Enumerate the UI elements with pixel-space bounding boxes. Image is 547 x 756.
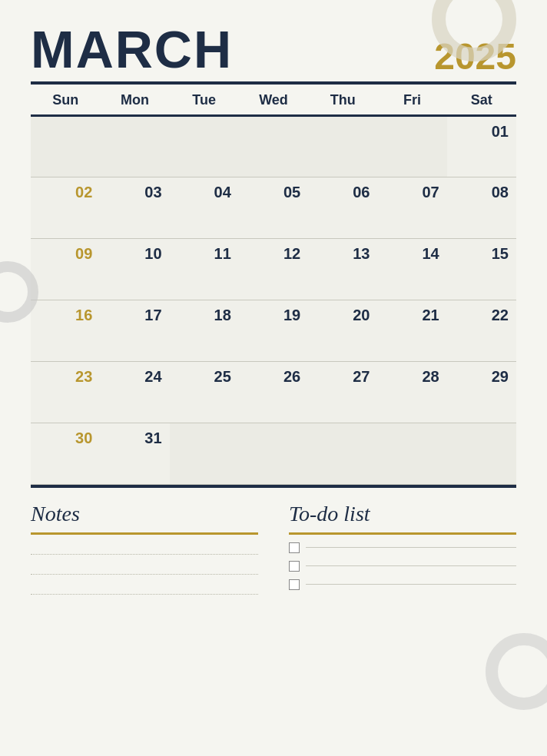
day-cell-1-1 (31, 116, 100, 177)
header-sun: Sun (31, 85, 100, 116)
todo-item-3 (289, 579, 516, 590)
bottom-border (31, 485, 516, 488)
day-cell-3-7: 15 (447, 239, 516, 300)
day-cell-4-3: 18 (170, 300, 239, 362)
notes-section: Notes (31, 502, 258, 602)
todo-section: To-do list (289, 502, 516, 598)
day-cell-3-5: 13 (308, 239, 377, 300)
todo-item-2 (289, 561, 516, 572)
day-cell-2-1: 02 (31, 177, 100, 239)
day-cell-3-4: 12 (239, 239, 308, 300)
todo-item-1 (289, 542, 516, 553)
header-fri: Fri (377, 85, 446, 116)
day-cell-5-1: 23 (31, 362, 100, 423)
notes-line-1 (31, 542, 258, 555)
header-mon: Mon (100, 85, 169, 116)
day-cell-2-2: 03 (100, 177, 169, 239)
day-cell-5-6: 28 (377, 362, 446, 423)
week-row-4: 16171819202122 (31, 300, 516, 362)
day-cell-2-3: 04 (170, 177, 239, 239)
day-cell-1-5 (308, 116, 377, 177)
todo-title: To-do list (289, 502, 516, 526)
deco-circle-right (486, 633, 547, 710)
header-sat: Sat (447, 85, 516, 116)
day-cell-2-5: 06 (308, 177, 377, 239)
todo-line-1 (306, 547, 516, 549)
week-row-3: 09101112131415 (31, 239, 516, 300)
todo-checkbox-1[interactable] (289, 542, 300, 553)
day-cell-3-3: 11 (170, 239, 239, 300)
day-cell-1-3 (170, 116, 239, 177)
day-cell-1-7: 01 (447, 116, 516, 177)
day-cell-3-1: 09 (31, 239, 100, 300)
week-row-6: 3031 (31, 423, 516, 485)
day-cell-4-6: 21 (377, 300, 446, 362)
notes-line-2 (31, 562, 258, 575)
day-cell-3-2: 10 (100, 239, 169, 300)
day-cell-4-1: 16 (31, 300, 100, 362)
week-row-2: 02030405060708 (31, 177, 516, 239)
day-cell-4-2: 17 (100, 300, 169, 362)
day-cell-1-4 (239, 116, 308, 177)
header-tue: Tue (170, 85, 239, 116)
day-cell-5-3: 25 (170, 362, 239, 423)
day-cell-2-7: 08 (447, 177, 516, 239)
day-cell-6-2: 31 (100, 423, 169, 485)
day-cell-5-7: 29 (447, 362, 516, 423)
day-cell-2-6: 07 (377, 177, 446, 239)
day-cell-6-3 (170, 423, 239, 485)
weekday-header-row: Sun Mon Tue Wed Thu Fri Sat (31, 85, 516, 116)
calendar-page: MARCH 2025 Sun Mon Tue Wed Thu Fri Sat 0… (0, 0, 547, 756)
day-cell-5-5: 27 (308, 362, 377, 423)
day-cell-1-6 (377, 116, 446, 177)
day-cell-6-7 (447, 423, 516, 485)
todo-checkbox-3[interactable] (289, 579, 300, 590)
day-cell-4-5: 20 (308, 300, 377, 362)
header-thu: Thu (308, 85, 377, 116)
day-cell-3-6: 14 (377, 239, 446, 300)
notes-underline (31, 532, 258, 535)
notes-title: Notes (31, 502, 258, 526)
calendar-table: Sun Mon Tue Wed Thu Fri Sat 010203040506… (31, 85, 516, 485)
todo-line-3 (306, 584, 516, 585)
day-cell-2-4: 05 (239, 177, 308, 239)
week-row-1: 01 (31, 116, 516, 177)
day-cell-6-1: 30 (31, 423, 100, 485)
header-wed: Wed (239, 85, 308, 116)
todo-underline (289, 532, 516, 535)
day-cell-1-2 (100, 116, 169, 177)
day-cell-4-7: 22 (447, 300, 516, 362)
day-cell-5-4: 26 (239, 362, 308, 423)
bottom-section: Notes To-do list (31, 502, 516, 602)
month-title: MARCH (31, 23, 233, 75)
todo-line-2 (306, 565, 516, 567)
day-cell-4-4: 19 (239, 300, 308, 362)
day-cell-6-4 (239, 423, 308, 485)
day-cell-6-6 (377, 423, 446, 485)
day-cell-5-2: 24 (100, 362, 169, 423)
todo-checkbox-2[interactable] (289, 561, 300, 572)
notes-line-3 (31, 582, 258, 595)
week-row-5: 23242526272829 (31, 362, 516, 423)
day-cell-6-5 (308, 423, 377, 485)
